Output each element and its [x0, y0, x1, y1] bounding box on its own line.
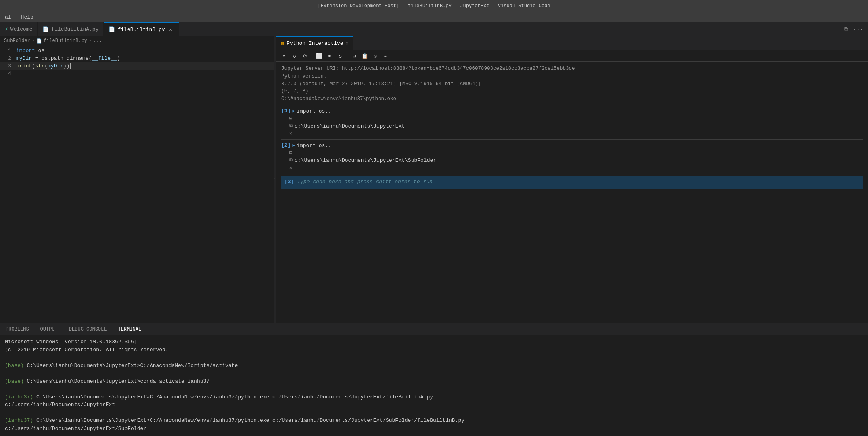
line-content-2: myDir = os.path.dirname(__file__)	[16, 55, 274, 62]
terminal-line-0: Microsoft Windows [Version 10.0.18362.35…	[5, 338, 863, 346]
code-line-1: 1 import os	[0, 47, 274, 55]
toolbar-run-btn[interactable]: ●	[325, 52, 334, 61]
input-cell-number: [3]	[284, 179, 294, 185]
cell-1-delete[interactable]: ✕	[289, 130, 863, 137]
toolbar-sep-1	[312, 53, 312, 59]
cell-2-collapse-icon[interactable]: ⊟	[289, 150, 863, 156]
line-number-2: 2	[0, 55, 16, 62]
jupyter-python-label: Python version:	[281, 73, 863, 80]
input-cell[interactable]: [3] Type code here and press shift-enter…	[281, 176, 863, 189]
panel-tab-debug-console[interactable]: DEBUG CONSOLE	[63, 323, 113, 335]
breadcrumb-more[interactable]: ...	[93, 38, 102, 44]
panel-tab-debug-label: DEBUG CONSOLE	[69, 327, 107, 332]
jupyter-icon: ▦	[281, 40, 284, 46]
panel-tab-output[interactable]: OUTPUT	[35, 323, 63, 335]
interactive-tab-close[interactable]: ✕	[346, 41, 349, 46]
line-content-3: print(str(myDir))	[16, 62, 274, 70]
interactive-content[interactable]: Jupyter Server URI: http://localhost:888…	[276, 62, 868, 323]
cell-2-run-icon: ▶	[292, 143, 295, 148]
cell-1-copy-icon[interactable]: ⧉	[289, 123, 293, 129]
toolbar-restart-btn[interactable]: ↻	[336, 52, 345, 61]
cell-1-output-text: c:\Users\ianhu\Documents\JupyterExt	[295, 123, 405, 129]
tab-actions: ⧉ ···	[839, 22, 868, 36]
jupyter-info: Jupyter Server URI: http://localhost:888…	[281, 65, 863, 103]
tab-file-b-label: fileBuiltinB.py	[117, 27, 165, 33]
interactive-tab-label: Python Interactive	[287, 40, 343, 46]
terminal-line-4	[5, 369, 863, 377]
toolbar-copy-btn[interactable]: 📋	[360, 52, 369, 61]
cell-1-number: [1]	[281, 108, 291, 114]
toolbar-grid-btn[interactable]: ⊞	[350, 52, 359, 61]
panel-tab-problems[interactable]: PROBLEMS	[0, 323, 35, 335]
panel-tab-terminal[interactable]: TERMINAL	[112, 323, 147, 335]
main-content: SubFolder › 📄 fileBuiltinB.py › ... 1 im…	[0, 36, 868, 323]
interactive-tab-bar: ▦ Python Interactive ✕	[276, 36, 868, 50]
terminal-line-1: (c) 2019 Microsoft Corporation. All righ…	[5, 346, 863, 354]
code-line-2: 2 myDir = os.path.dirname(__file__)	[0, 55, 274, 62]
toolbar-close-btn[interactable]: ✕	[280, 52, 289, 61]
editor-pane: SubFolder › 📄 fileBuiltinB.py › ... 1 im…	[0, 36, 274, 323]
line-content-1: import os	[16, 47, 274, 55]
terminal-line-7: (ianhu37) C:\Users\ianhu\Documents\Jupyt…	[5, 393, 863, 401]
cell-1-collapse-icon[interactable]: ⊟	[289, 115, 863, 122]
tab-file-b[interactable]: 📄 fileBuiltinB.py ✕	[104, 22, 179, 36]
cell-2-header: [2] ▶ import os...	[281, 141, 863, 149]
cell-1-run-icon: ▶	[292, 108, 295, 113]
menu-item-al[interactable]: al	[3, 14, 13, 20]
jupyter-python-path: C:\AnacondaNew\envs\ianhu37\python.exe	[281, 95, 863, 103]
cell-2-output: ⊟ ⧉ c:\Users\ianhu\Documents\JupyterExt\…	[281, 149, 863, 172]
toolbar-stop-btn[interactable]: ⬜	[315, 52, 324, 61]
toolbar-more-btn[interactable]: ⋯	[381, 52, 390, 61]
bottom-panel: PROBLEMS OUTPUT DEBUG CONSOLE TERMINAL M…	[0, 323, 868, 436]
file-a-icon: 📄	[42, 26, 49, 33]
welcome-icon: ⚡	[5, 26, 8, 33]
title-bar-text: [Extension Development Host] - fileBuilt…	[318, 3, 550, 9]
title-bar: [Extension Development Host] - fileBuilt…	[0, 0, 868, 12]
cell-2-delete[interactable]: ✕	[289, 164, 863, 171]
breadcrumb-file-icon: 📄	[36, 38, 42, 44]
terminal-content[interactable]: Microsoft Windows [Version 10.0.18362.35…	[0, 335, 868, 436]
toolbar-settings-btn[interactable]: ⚙	[371, 52, 380, 61]
line-number-3: 3	[0, 62, 16, 70]
breadcrumb-subfolder[interactable]: SubFolder	[4, 38, 30, 44]
terminal-line-2	[5, 354, 863, 362]
menu-item-help[interactable]: Help	[19, 14, 35, 20]
toolbar-undo-btn[interactable]: ↺	[290, 52, 299, 61]
cell-2-path-row: ⧉ c:\Users\ianhu\Documents\JupyterExt\Su…	[289, 157, 863, 164]
tab-file-b-close[interactable]: ✕	[167, 26, 174, 33]
more-actions-button[interactable]: ···	[851, 25, 865, 34]
toolbar-redo-btn[interactable]: ⟳	[301, 52, 310, 61]
line-number-4: 4	[0, 70, 16, 78]
cell-1: [1] ▶ import os... ⊟ ⧉ c:\Users\ianhu\Do…	[281, 107, 863, 138]
cell-divider-2	[281, 174, 863, 174]
cell-2-code: import os...	[297, 142, 335, 148]
terminal-line-11: c:/Users/ianhu/Documents/JupyterExt/SubF…	[5, 425, 863, 433]
toolbar-sep-2	[347, 53, 347, 59]
tab-welcome[interactable]: ⚡ Welcome	[0, 22, 38, 36]
input-placeholder: Type code here and press shift-enter to …	[297, 179, 432, 185]
cell-2-number: [2]	[281, 142, 291, 148]
split-editor-button[interactable]: ⧉	[843, 25, 850, 34]
cell-1-header: [1] ▶ import os...	[281, 107, 863, 115]
panel-tab-output-label: OUTPUT	[40, 327, 58, 332]
interactive-toolbar: ✕ ↺ ⟳ ⬜ ● ↻ ⊞ 📋 ⚙ ⋯	[276, 50, 868, 62]
panel-tab-bar: PROBLEMS OUTPUT DEBUG CONSOLE TERMINAL	[0, 323, 868, 335]
terminal-line-5: (base) C:\Users\ianhu\Documents\JupyterE…	[5, 377, 863, 386]
tab-file-a[interactable]: 📄 fileBuiltinA.py	[38, 22, 104, 36]
cell-1-code: import os...	[297, 108, 335, 114]
breadcrumb-file[interactable]: fileBuiltinB.py	[44, 38, 87, 44]
line-number-1: 1	[0, 47, 16, 55]
terminal-line-8: c:/Users/ianhu/Documents/JupyterExt	[5, 401, 863, 409]
panel-tab-problems-label: PROBLEMS	[6, 327, 29, 332]
interactive-pane: ▦ Python Interactive ✕ ✕ ↺ ⟳ ⬜ ● ↻ ⊞ 📋 ⚙…	[276, 36, 868, 323]
cell-1-output: ⊟ ⧉ c:\Users\ianhu\Documents\JupyterExt …	[281, 115, 863, 138]
panel-tab-terminal-label: TERMINAL	[118, 327, 141, 332]
tab-python-interactive[interactable]: ▦ Python Interactive ✕	[276, 36, 353, 50]
jupyter-uri-line: Jupyter Server URI: http://localhost:888…	[281, 65, 863, 73]
terminal-line-6	[5, 385, 863, 393]
code-editor[interactable]: 1 import os 2 myDir = os.path.dirname(__…	[0, 45, 274, 323]
cell-2-copy-icon[interactable]: ⧉	[289, 157, 293, 163]
terminal-line-9	[5, 409, 863, 417]
cell-2-output-text: c:\Users\ianhu\Documents\JupyterExt\SubF…	[295, 157, 436, 164]
code-line-4: 4	[0, 70, 274, 78]
